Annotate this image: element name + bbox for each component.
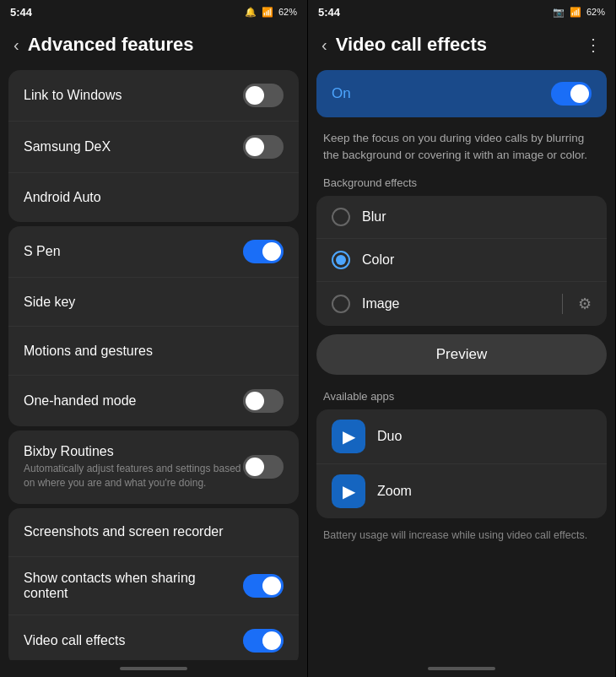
- list-item[interactable]: Bixby Routines Automatically adjust feat…: [8, 431, 299, 504]
- samsung-dex-label: Samsung DeX: [24, 139, 243, 154]
- list-item[interactable]: Samsung DeX: [8, 122, 299, 173]
- bixby-routines-toggle[interactable]: [243, 455, 284, 479]
- list-item[interactable]: Android Auto: [8, 173, 299, 222]
- right-nav-bar: [308, 660, 615, 677]
- s-pen-toggle[interactable]: [243, 240, 284, 263]
- available-apps-label: Available apps: [308, 383, 615, 406]
- settings-group-3: Bixby Routines Automatically adjust feat…: [8, 431, 299, 504]
- one-handed-mode-label: One-handed mode: [24, 393, 243, 409]
- right-header: ‹ Video call effects ⋮: [308, 24, 615, 62]
- color-label: Color: [362, 252, 592, 268]
- gear-icon[interactable]: ⚙: [578, 295, 592, 313]
- screenshots-label: Screenshots and screen recorder: [24, 524, 284, 539]
- video-call-description: Keep the focus on you during video calls…: [308, 122, 615, 170]
- s-pen-label: S Pen: [24, 244, 243, 259]
- bixby-routines-label: Bixby Routines: [24, 444, 243, 459]
- right-status-bar: 5:44 📷 📶 62%: [308, 0, 615, 24]
- image-radio[interactable]: [332, 295, 350, 313]
- right-back-button[interactable]: ‹: [322, 35, 327, 55]
- side-key-label: Side key: [24, 295, 284, 310]
- duo-app-item[interactable]: ▶ Duo: [316, 409, 607, 464]
- left-panel: 5:44 🔔 📶 62% ‹ Advanced features Link to…: [0, 0, 308, 677]
- video-call-effects-label: Video call effects: [24, 633, 243, 648]
- settings-group-2: S Pen Side key Motions and gestures One-…: [8, 226, 299, 426]
- preview-button[interactable]: Preview: [316, 334, 607, 375]
- list-item[interactable]: Screenshots and screen recorder: [8, 508, 299, 557]
- duo-icon: ▶: [332, 420, 365, 453]
- list-item[interactable]: Show contacts when sharing content: [8, 557, 299, 615]
- left-status-bar: 5:44 🔔 📶 62%: [0, 0, 307, 24]
- image-divider: [562, 294, 563, 314]
- on-banner[interactable]: On: [316, 70, 607, 117]
- right-panel: 5:44 📷 📶 62% ‹ Video call effects ⋮ On K…: [308, 0, 616, 677]
- right-status-time: 5:44: [318, 6, 340, 19]
- list-item[interactable]: Video call effects: [8, 615, 299, 660]
- list-item[interactable]: S Pen: [8, 226, 299, 278]
- zoom-label: Zoom: [377, 484, 412, 499]
- video-call-effects-toggle[interactable]: [243, 629, 284, 653]
- show-contacts-label: Show contacts when sharing content: [24, 571, 243, 601]
- right-menu-button[interactable]: ⋮: [585, 35, 602, 55]
- right-page-title: Video call effects: [336, 34, 487, 56]
- on-banner-label: On: [332, 85, 351, 102]
- right-settings-list: On Keep the focus on you during video ca…: [308, 62, 615, 660]
- bixby-routines-sub: Automatically adjust features and settin…: [24, 462, 243, 490]
- duo-icon-inner: ▶: [343, 426, 355, 447]
- left-nav-pill: [120, 667, 187, 670]
- battery-note: Battery usage will increase while using …: [308, 522, 615, 550]
- zoom-icon-inner: ▶: [343, 481, 355, 501]
- left-back-button[interactable]: ‹: [14, 35, 19, 55]
- left-header: ‹ Advanced features: [0, 24, 307, 62]
- link-to-windows-label: Link to Windows: [24, 88, 243, 103]
- zoom-icon: ▶: [332, 474, 365, 508]
- blur-radio[interactable]: [332, 208, 350, 226]
- list-item[interactable]: Motions and gestures: [8, 327, 299, 376]
- left-settings-list: Link to Windows Samsung DeX Android Auto: [0, 62, 307, 660]
- effects-group: Blur Color Image ⚙: [316, 196, 607, 326]
- motions-gestures-label: Motions and gestures: [24, 344, 284, 359]
- image-label: Image: [362, 296, 547, 311]
- right-status-icons: 📷 📶 62%: [553, 7, 605, 18]
- list-item[interactable]: Side key: [8, 278, 299, 327]
- on-toggle[interactable]: [551, 82, 592, 106]
- list-item[interactable]: Link to Windows: [8, 70, 299, 122]
- settings-group-4: Screenshots and screen recorder Show con…: [8, 508, 299, 660]
- link-to-windows-toggle[interactable]: [243, 84, 284, 107]
- background-effects-label: Background effects: [308, 170, 615, 192]
- color-effect-item[interactable]: Color: [316, 239, 607, 282]
- list-item[interactable]: One-handed mode: [8, 376, 299, 426]
- preview-label: Preview: [436, 346, 487, 362]
- one-handed-mode-toggle[interactable]: [243, 389, 284, 413]
- duo-label: Duo: [377, 429, 402, 444]
- zoom-app-item[interactable]: ▶ Zoom: [316, 464, 607, 518]
- android-auto-label: Android Auto: [24, 190, 284, 205]
- blur-label: Blur: [362, 209, 592, 225]
- left-status-icons: 🔔 📶 62%: [245, 7, 297, 18]
- left-nav-bar: [0, 660, 307, 677]
- settings-group-1: Link to Windows Samsung DeX Android Auto: [8, 70, 299, 222]
- color-radio[interactable]: [332, 251, 350, 269]
- apps-group: ▶ Duo ▶ Zoom: [316, 409, 607, 518]
- right-nav-pill: [428, 667, 495, 670]
- left-page-title: Advanced features: [28, 34, 194, 56]
- left-status-time: 5:44: [10, 6, 32, 19]
- samsung-dex-toggle[interactable]: [243, 135, 284, 159]
- blur-effect-item[interactable]: Blur: [316, 196, 607, 239]
- show-contacts-toggle[interactable]: [243, 574, 284, 598]
- image-effect-item[interactable]: Image ⚙: [316, 282, 607, 326]
